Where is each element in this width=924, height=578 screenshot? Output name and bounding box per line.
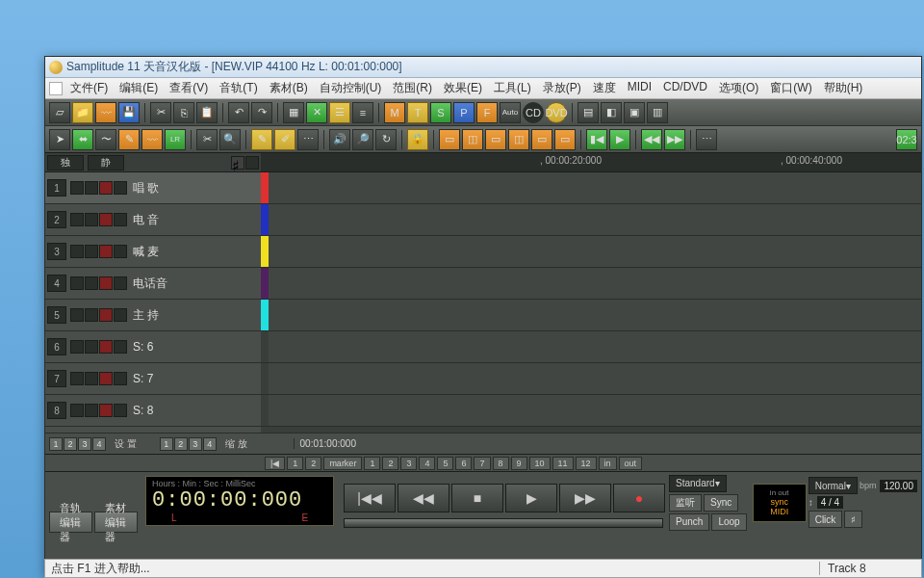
marker-out[interactable]: out — [619, 457, 643, 470]
open-icon[interactable]: 📁 — [72, 102, 93, 123]
paste-icon[interactable]: 📋 — [196, 102, 218, 123]
panel3-icon[interactable]: ▣ — [624, 102, 645, 123]
auto-icon[interactable]: Auto — [500, 102, 521, 123]
lr-icon[interactable]: LR — [165, 129, 186, 150]
grid-toggle[interactable]: ♯ — [844, 511, 862, 528]
wave-icon[interactable]: 〰 — [95, 102, 116, 123]
timeline-row[interactable] — [261, 331, 921, 363]
t-icon[interactable]: T — [407, 102, 428, 123]
track-mute-icon[interactable] — [70, 372, 84, 385]
more-icon[interactable]: ⋯ — [696, 129, 717, 150]
clock-pill[interactable]: 02:3 — [896, 129, 917, 150]
solo-all-button[interactable]: 独 — [47, 155, 84, 171]
speaker-icon[interactable]: 🔊 — [329, 129, 350, 150]
menu-文件(F)[interactable]: 文件(F) — [64, 78, 114, 98]
track-lock-icon[interactable] — [114, 181, 127, 195]
mute-all-button[interactable]: 静 — [88, 155, 124, 171]
punch-button[interactable]: Punch — [669, 513, 709, 531]
grid-icon[interactable]: ▦ — [283, 102, 304, 123]
marker-3[interactable]: 3 — [400, 457, 417, 470]
draw2-icon[interactable]: 〰 — [141, 129, 163, 150]
scissors-icon[interactable]: ✂ — [196, 129, 218, 150]
time-ruler[interactable]: , 00:00:20:000, 00:00:40:000 — [261, 153, 921, 172]
marker-1[interactable]: 1 — [364, 457, 380, 470]
marker-10[interactable]: 10 — [529, 457, 551, 470]
play-range-icon[interactable]: ▶ — [609, 129, 630, 150]
marker-7[interactable]: 7 — [474, 457, 490, 470]
play-start-icon[interactable]: ▮◀ — [586, 129, 607, 150]
scrub-bar[interactable] — [344, 518, 663, 528]
track-rec-icon[interactable] — [99, 213, 113, 226]
menu-选项(O)[interactable]: 选项(O) — [713, 78, 764, 98]
eq-icon[interactable]: ≡ — [352, 102, 373, 123]
track-rec-icon[interactable] — [99, 308, 113, 322]
marker-nav[interactable]: |◀ — [265, 457, 285, 470]
search-icon[interactable]: 🔎 — [352, 129, 373, 150]
record-button[interactable]: ● — [613, 484, 665, 512]
stop-button[interactable]: ■ — [451, 484, 503, 512]
track-lock-icon[interactable] — [114, 340, 127, 354]
track-header[interactable]: 2电 音 — [45, 204, 261, 236]
track-mute-icon[interactable] — [70, 404, 84, 417]
bpm-value[interactable]: 120.00 — [880, 480, 917, 492]
preset-3[interactable]: 3 — [78, 437, 91, 451]
track-solo-icon[interactable] — [85, 372, 98, 385]
panel1-icon[interactable]: ▤ — [578, 102, 599, 123]
track-rec-icon[interactable] — [99, 245, 113, 258]
lt4-icon[interactable]: ◫ — [508, 129, 529, 150]
range-icon[interactable]: ⬌ — [72, 129, 93, 150]
editor-tab[interactable]: 素材编辑器 — [94, 512, 138, 533]
editor-tab[interactable]: 音轨编辑器 — [49, 512, 92, 533]
cut-icon[interactable]: ✂ — [150, 102, 171, 123]
track-header[interactable]: 6S: 6 — [45, 331, 261, 363]
new-icon[interactable]: ▱ — [49, 102, 70, 123]
cross-icon[interactable]: ✕ — [306, 102, 327, 123]
skip-prev-icon[interactable]: ◀◀ — [641, 129, 662, 150]
marker-11[interactable]: 11 — [552, 457, 574, 470]
panel2-icon[interactable]: ◧ — [601, 102, 622, 123]
track-header[interactable]: 4电话音 — [45, 268, 261, 300]
marker-5[interactable]: 5 — [437, 457, 453, 470]
track-header[interactable]: 3喊 麦 — [45, 236, 261, 268]
track-rec-icon[interactable] — [99, 372, 113, 385]
menu-效果(E)[interactable]: 效果(E) — [438, 78, 488, 98]
menu-音轨(T)[interactable]: 音轨(T) — [214, 78, 263, 98]
track-mute-icon[interactable] — [70, 181, 84, 195]
track-solo-icon[interactable] — [85, 308, 98, 322]
track-header[interactable]: 8S: 8 — [45, 395, 261, 427]
track-lock-icon[interactable] — [114, 276, 127, 290]
menu-自动控制(U)[interactable]: 自动控制(U) — [314, 78, 388, 98]
go-start-button[interactable]: |◀◀ — [344, 484, 396, 512]
time-signature[interactable]: 4 / 4 — [817, 496, 843, 509]
preset-2[interactable]: 2 — [64, 437, 77, 451]
track-header[interactable]: 1唱 歌 — [45, 172, 261, 204]
lock-icon[interactable]: 🔒 — [407, 129, 428, 150]
menu-窗口(W)[interactable]: 窗口(W) — [764, 78, 817, 98]
sync-button[interactable]: Sync — [704, 494, 738, 512]
preset-1[interactable]: 1 — [160, 437, 173, 451]
timeline-row[interactable] — [261, 204, 921, 236]
menu-编辑(E)[interactable]: 编辑(E) — [114, 78, 164, 98]
lt5-icon[interactable]: ▭ — [531, 129, 552, 150]
track-rec-icon[interactable] — [99, 276, 113, 290]
copy-icon[interactable]: ⎘ — [173, 102, 194, 123]
marker-9[interactable]: 9 — [511, 457, 527, 470]
timeline-row[interactable] — [261, 268, 921, 300]
track-solo-icon[interactable] — [85, 245, 98, 258]
save-icon[interactable]: 💾 — [118, 102, 140, 123]
track-solo-icon[interactable] — [85, 276, 98, 290]
track-header[interactable]: 7S: 7 — [45, 363, 261, 395]
menu-范围(R)[interactable]: 范围(R) — [387, 78, 438, 98]
menu-doc-icon[interactable] — [49, 82, 63, 95]
track-mute-icon[interactable] — [70, 245, 84, 258]
rewind-button[interactable]: ◀◀ — [398, 484, 449, 512]
timeline-row[interactable] — [261, 236, 921, 268]
marker-nav[interactable]: 1 — [287, 457, 303, 470]
menu-CD/DVD[interactable]: CD/DVD — [657, 78, 713, 98]
track-lock-icon[interactable] — [114, 213, 127, 226]
lt1-icon[interactable]: ▭ — [439, 129, 460, 150]
marker-4[interactable]: 4 — [419, 457, 435, 470]
f-icon[interactable]: F — [476, 102, 498, 123]
marker-2[interactable]: 2 — [382, 457, 398, 470]
hdr-toggle-1[interactable]: ♯ — [231, 156, 244, 170]
